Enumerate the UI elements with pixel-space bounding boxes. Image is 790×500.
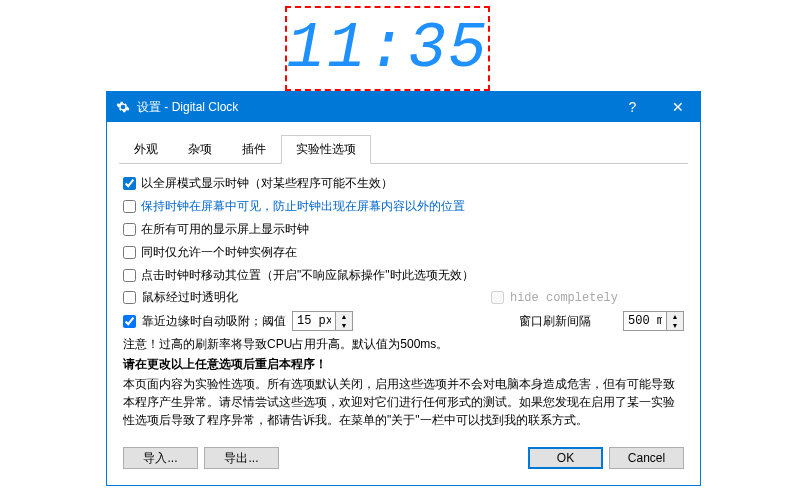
checkbox-hide-completely [491,291,504,304]
ok-button[interactable]: OK [528,447,603,469]
option-keep-visible-row: 保持时钟在屏幕中可见，防止时钟出现在屏幕内容以外的位置 [123,197,684,215]
checkbox-snap-edge[interactable] [123,315,136,328]
option-snap-row: 靠近边缘时自动吸附；阈值 ▲ ▼ 窗口刷新间隔 ▲ ▼ [123,311,684,331]
clock-time: 11:35 [286,13,488,85]
tab-appearance[interactable]: 外观 [119,135,173,164]
checkbox-all-monitors[interactable] [123,223,136,236]
checkbox-click-move[interactable] [123,269,136,282]
checkbox-fullscreen[interactable] [123,177,136,190]
label-snap-edge: 靠近边缘时自动吸附；阈值 [142,313,286,330]
option-transparent-row: 鼠标经过时透明化 hide completely [123,289,684,306]
input-snap-value[interactable] [293,312,335,330]
label-all-monitors: 在所有可用的显示屏上显示时钟 [141,221,309,238]
label-mouse-transparent: 鼠标经过时透明化 [142,289,238,306]
label-hide-completely: hide completely [510,291,618,305]
spinner-refresh-interval[interactable]: ▲ ▼ [623,311,684,331]
cancel-button[interactable]: Cancel [609,447,684,469]
tab-experimental[interactable]: 实验性选项 [281,135,371,164]
spinner-up-icon[interactable]: ▲ [667,312,683,321]
import-button[interactable]: 导入... [123,447,198,469]
tab-content: 以全屏模式显示时钟（对某些程序可能不生效） 保持时钟在屏幕中可见，防止时钟出现在… [119,164,688,473]
option-single-instance-row: 同时仅允许一个时钟实例存在 [123,243,684,261]
titlebar[interactable]: 设置 - Digital Clock ? ✕ [107,92,700,122]
spinner-snap-threshold[interactable]: ▲ ▼ [292,311,353,331]
dialog-body: 外观 杂项 插件 实验性选项 以全屏模式显示时钟（对某些程序可能不生效） 保持时… [107,122,700,485]
tab-bar: 外观 杂项 插件 实验性选项 [119,134,688,164]
spinner-down-icon[interactable]: ▼ [667,321,683,330]
spinner-down-icon[interactable]: ▼ [336,321,352,330]
option-click-move-row: 点击时钟时移动其位置（开启"不响应鼠标操作"时此选项无效） [123,266,684,284]
help-button[interactable]: ? [610,92,655,122]
checkbox-mouse-transparent[interactable] [123,291,136,304]
settings-dialog: 设置 - Digital Clock ? ✕ 外观 杂项 插件 实验性选项 以全… [106,91,701,486]
button-row: 导入... 导出... OK Cancel [123,439,684,469]
description-text: 本页面内容为实验性选项。所有选项默认关闭，启用这些选项并不会对电脑本身造成危害，… [123,375,684,429]
checkbox-single-instance[interactable] [123,246,136,259]
gear-icon [115,99,131,115]
spinner-up-icon[interactable]: ▲ [336,312,352,321]
label-click-move: 点击时钟时移动其位置（开启"不响应鼠标操作"时此选项无效） [141,267,474,284]
label-single-instance: 同时仅允许一个时钟实例存在 [141,244,297,261]
label-keep-visible: 保持时钟在屏幕中可见，防止时钟出现在屏幕内容以外的位置 [141,198,465,215]
titlebar-title: 设置 - Digital Clock [137,99,610,116]
label-fullscreen: 以全屏模式显示时钟（对某些程序可能不生效） [141,175,393,192]
restart-warning-text: 请在更改以上任意选项后重启本程序！ [123,356,684,373]
label-refresh: 窗口刷新间隔 [519,313,591,330]
export-button[interactable]: 导出... [204,447,279,469]
close-button[interactable]: ✕ [655,92,700,122]
tab-plugins[interactable]: 插件 [227,135,281,164]
option-fullscreen-row: 以全屏模式显示时钟（对某些程序可能不生效） [123,174,684,192]
checkbox-keep-visible[interactable] [123,200,136,213]
tab-misc[interactable]: 杂项 [173,135,227,164]
cpu-warning-text: 注意！过高的刷新率将导致CPU占用升高。默认值为500ms。 [123,336,684,353]
input-refresh-value[interactable] [624,312,666,330]
option-all-monitors-row: 在所有可用的显示屏上显示时钟 [123,220,684,238]
clock-widget[interactable]: 11:35 [285,6,490,91]
